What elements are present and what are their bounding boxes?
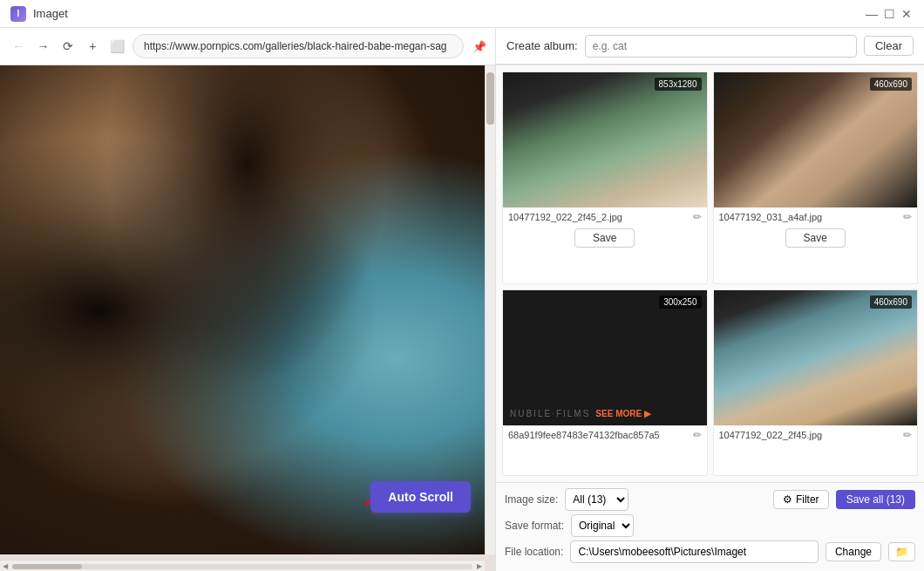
image-meta-2: 10477192_031_a4af.jpg ✏ <box>714 207 918 227</box>
see-more-link[interactable]: SEE MORE ▶ <box>595 409 651 418</box>
h-scroll-thumb[interactable] <box>12 564 82 569</box>
clear-button[interactable]: Clear <box>864 36 914 56</box>
filter-icon: ⚙ <box>783 493 792 506</box>
image-dimensions-4: 460x690 <box>870 296 912 309</box>
address-bar[interactable] <box>132 34 464 58</box>
main-layout: Auto Scroll ◀ ▶ 853x1280 1047 <box>0 65 924 571</box>
edit-icon-1[interactable]: ✏ <box>693 211 702 223</box>
right-panel: 853x1280 10477192_022_2f45_2.jpg ✏ Save … <box>495 65 924 571</box>
image-thumb-2: 460x690 <box>714 72 918 207</box>
ad-brand: NUBILE·FILMS <box>510 409 590 418</box>
save-all-button[interactable]: Save all (13) <box>836 490 915 509</box>
scroll-right-button[interactable]: ▶ <box>474 562 485 570</box>
file-location-row: File location: Change 📁 <box>505 540 915 563</box>
image-dimensions-1: 853x1280 <box>655 78 702 91</box>
save-row-1: Save <box>503 227 707 253</box>
save-button-2[interactable]: Save <box>785 228 846 248</box>
window-controls: — ☐ ✕ <box>865 7 914 21</box>
scroll-left-button[interactable]: ◀ <box>0 562 10 570</box>
filter-button[interactable]: ⚙ Filter <box>773 490 829 509</box>
image-filename-4: 10477192_022_2f45.jpg <box>719 430 900 440</box>
edit-icon-3[interactable]: ✏ <box>693 429 702 441</box>
maximize-button[interactable]: ☐ <box>882 7 896 21</box>
left-panel: Auto Scroll ◀ ▶ <box>0 65 495 571</box>
size-select[interactable]: All (13) Large Medium Small <box>565 488 628 511</box>
file-path-input[interactable] <box>570 540 819 563</box>
edit-icon-2[interactable]: ✏ <box>903 211 912 223</box>
h-scroll-track <box>12 564 472 569</box>
pin-button[interactable]: 📌 <box>472 40 486 53</box>
right-header: Create album: Clear <box>495 28 924 65</box>
navbar: ← → ⟳ + ⬜ 📌 <box>0 28 495 65</box>
image-filename-3: 68a91f9fee87483e74132fbac857a5 <box>508 430 690 440</box>
new-tab-button[interactable]: + <box>83 35 102 58</box>
app-icon: I <box>10 6 26 22</box>
file-location-label: File location: <box>505 546 563 558</box>
image-size-label: Image size: <box>505 493 558 506</box>
image-thumb-1: 853x1280 <box>503 72 707 207</box>
app-title: Imaget <box>33 7 865 20</box>
image-thumb-4: 460x690 <box>714 290 918 425</box>
minimize-button[interactable]: — <box>865 7 879 21</box>
vertical-scrollbar[interactable] <box>485 65 495 554</box>
create-album-label: Create album: <box>506 39 578 52</box>
horizontal-scrollbar[interactable]: ◀ ▶ <box>0 560 485 571</box>
back-button[interactable]: ← <box>9 35 28 58</box>
forward-button[interactable]: → <box>33 35 52 58</box>
image-preview-2 <box>714 72 918 207</box>
image-filename-1: 10477192_022_2f45_2.jpg <box>508 212 690 222</box>
save-format-row: Save format: Original JPG PNG WEBP <box>505 514 915 537</box>
image-dimensions-2: 460x690 <box>870 78 912 91</box>
image-filename-2: 10477192_031_a4af.jpg <box>719 212 900 222</box>
close-button[interactable]: ✕ <box>900 7 914 21</box>
bottom-toolbar: Image size: All (13) Large Medium Small … <box>496 482 924 571</box>
change-button[interactable]: Change <box>825 542 881 561</box>
format-select[interactable]: Original JPG PNG WEBP <box>571 514 634 537</box>
image-card-4: 460x690 10477192_022_2f45.jpg ✏ <box>713 289 919 476</box>
filter-label: Filter <box>796 493 819 506</box>
auto-scroll-button[interactable]: Auto Scroll <box>370 481 471 513</box>
image-meta-1: 10477192_022_2f45_2.jpg ✏ <box>503 207 707 227</box>
image-meta-4: 10477192_022_2f45.jpg ✏ <box>714 425 918 445</box>
image-card-1: 853x1280 10477192_022_2f45_2.jpg ✏ Save <box>502 71 708 284</box>
image-preview-4 <box>714 290 918 425</box>
refresh-button[interactable]: ⟳ <box>58 35 78 58</box>
image-meta-3: 68a91f9fee87483e74132fbac857a5 ✏ <box>503 425 707 445</box>
image-size-row: Image size: All (13) Large Medium Small … <box>505 488 915 511</box>
scroll-thumb[interactable] <box>486 72 494 125</box>
save-format-label: Save format: <box>505 520 564 532</box>
save-button-1[interactable]: Save <box>574 228 635 248</box>
image-card-3: 300x250 NUBILE·FILMS SEE MORE ▶ 68a91f9f… <box>502 289 708 476</box>
image-preview-1 <box>503 72 707 207</box>
page-button[interactable]: ⬜ <box>108 35 127 58</box>
edit-icon-4[interactable]: ✏ <box>903 429 912 441</box>
titlebar: I Imaget — ☐ ✕ <box>0 0 924 28</box>
image-grid: 853x1280 10477192_022_2f45_2.jpg ✏ Save … <box>496 65 924 482</box>
folder-icon-button[interactable]: 📁 <box>888 542 915 561</box>
image-card-2: 460x690 10477192_031_a4af.jpg ✏ Save <box>713 71 919 284</box>
ad-content: 300x250 NUBILE·FILMS SEE MORE ▶ <box>503 290 707 425</box>
album-input[interactable] <box>585 35 857 58</box>
browser-content: Auto Scroll <box>0 65 495 554</box>
image-thumb-3: 300x250 NUBILE·FILMS SEE MORE ▶ <box>503 290 707 425</box>
save-row-2: Save <box>714 227 918 253</box>
image-dimensions-3: 300x250 <box>659 296 701 309</box>
